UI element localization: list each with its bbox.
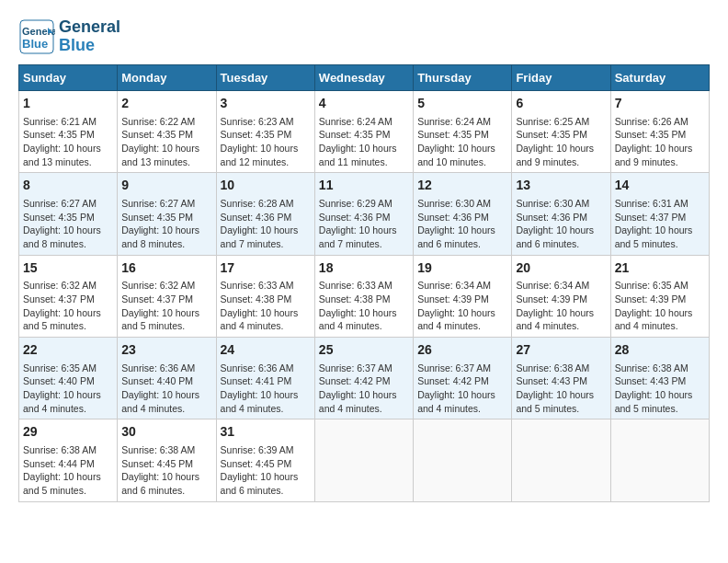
- calendar-cell: 19Sunrise: 6:34 AMSunset: 4:39 PMDayligh…: [414, 255, 512, 337]
- day-info: Sunrise: 6:26 AM: [615, 115, 705, 129]
- day-info: Sunrise: 6:32 AM: [23, 279, 113, 293]
- day-info: and 4 minutes.: [121, 402, 211, 416]
- calendar-cell: 6Sunrise: 6:25 AMSunset: 4:35 PMDaylight…: [512, 91, 610, 173]
- day-info: and 4 minutes.: [615, 319, 705, 333]
- calendar-cell: 1Sunrise: 6:21 AMSunset: 4:35 PMDaylight…: [19, 91, 118, 173]
- day-info: Daylight: 10 hours: [23, 224, 113, 237]
- calendar-week-3: 15Sunrise: 6:32 AMSunset: 4:37 PMDayligh…: [19, 255, 710, 337]
- calendar-cell: 17Sunrise: 6:33 AMSunset: 4:38 PMDayligh…: [216, 255, 314, 337]
- day-number: 23: [121, 341, 211, 360]
- day-info: Sunset: 4:36 PM: [417, 211, 507, 224]
- day-info: Sunset: 4:36 PM: [221, 211, 311, 224]
- day-info: Sunrise: 6:36 AM: [121, 362, 211, 375]
- calendar-cell: [512, 419, 610, 501]
- day-info: Sunrise: 6:38 AM: [516, 362, 606, 375]
- day-number: 1: [23, 95, 113, 113]
- page-header: General Blue General Blue: [18, 18, 710, 55]
- calendar-cell: 13Sunrise: 6:30 AMSunset: 4:36 PMDayligh…: [512, 173, 610, 255]
- calendar-cell: 15Sunrise: 6:32 AMSunset: 4:37 PMDayligh…: [19, 255, 118, 337]
- day-number: 16: [121, 259, 211, 278]
- day-number: 6: [516, 95, 606, 113]
- day-info: Daylight: 10 hours: [615, 142, 705, 155]
- day-info: Sunrise: 6:24 AM: [319, 115, 409, 129]
- day-info: Sunset: 4:36 PM: [516, 211, 606, 224]
- day-info: Sunset: 4:42 PM: [417, 374, 507, 388]
- day-info: Daylight: 10 hours: [319, 306, 409, 320]
- calendar-cell: 28Sunrise: 6:38 AMSunset: 4:43 PMDayligh…: [610, 338, 709, 419]
- day-info: and 7 minutes.: [319, 237, 409, 251]
- day-info: Sunset: 4:43 PM: [615, 374, 705, 388]
- calendar-cell: 2Sunrise: 6:22 AMSunset: 4:35 PMDaylight…: [118, 91, 216, 173]
- calendar-week-4: 22Sunrise: 6:35 AMSunset: 4:40 PMDayligh…: [19, 338, 710, 419]
- day-info: and 6 minutes.: [516, 237, 606, 251]
- day-info: and 6 minutes.: [121, 484, 211, 498]
- day-info: Sunset: 4:38 PM: [221, 293, 311, 306]
- day-info: Sunset: 4:35 PM: [121, 128, 211, 142]
- day-info: Sunrise: 6:22 AM: [121, 115, 211, 129]
- day-number: 13: [516, 177, 606, 195]
- day-info: Daylight: 10 hours: [221, 470, 311, 484]
- weekday-header-sunday: Sunday: [19, 65, 118, 91]
- day-number: 28: [615, 341, 705, 360]
- day-info: Sunset: 4:45 PM: [121, 457, 211, 471]
- day-info: and 5 minutes.: [23, 319, 113, 333]
- day-number: 10: [221, 177, 311, 195]
- day-number: 12: [417, 177, 507, 195]
- day-info: Sunset: 4:45 PM: [221, 457, 311, 471]
- day-info: Sunset: 4:36 PM: [319, 211, 409, 224]
- day-info: Sunrise: 6:31 AM: [615, 197, 705, 211]
- day-info: Daylight: 10 hours: [221, 306, 311, 320]
- logo-icon: General Blue: [18, 18, 55, 55]
- day-number: 18: [319, 259, 409, 278]
- day-info: Sunset: 4:40 PM: [121, 374, 211, 388]
- day-info: and 6 minutes.: [221, 484, 311, 498]
- day-info: Daylight: 10 hours: [221, 224, 311, 237]
- day-number: 3: [221, 95, 311, 113]
- day-number: 24: [221, 341, 311, 360]
- day-number: 15: [23, 259, 113, 278]
- calendar-week-2: 8Sunrise: 6:27 AMSunset: 4:35 PMDaylight…: [19, 173, 710, 255]
- day-info: Sunrise: 6:27 AM: [121, 197, 211, 211]
- day-info: and 4 minutes.: [319, 402, 409, 416]
- day-info: and 5 minutes.: [615, 402, 705, 416]
- day-info: Sunrise: 6:34 AM: [417, 279, 507, 293]
- day-number: 20: [516, 259, 606, 278]
- day-info: Daylight: 10 hours: [319, 142, 409, 155]
- day-info: and 13 minutes.: [23, 155, 113, 169]
- weekday-header-thursday: Thursday: [414, 65, 512, 91]
- day-info: and 5 minutes.: [615, 237, 705, 251]
- svg-text:Blue: Blue: [22, 37, 48, 51]
- day-info: and 11 minutes.: [319, 155, 409, 169]
- logo-blue: Blue: [59, 37, 120, 55]
- day-info: Sunset: 4:35 PM: [23, 211, 113, 224]
- day-info: Daylight: 10 hours: [121, 224, 211, 237]
- calendar-cell: [314, 419, 413, 501]
- calendar-cell: 10Sunrise: 6:28 AMSunset: 4:36 PMDayligh…: [216, 173, 314, 255]
- day-info: Sunrise: 6:21 AM: [23, 115, 113, 129]
- day-info: and 4 minutes.: [221, 402, 311, 416]
- day-info: Daylight: 10 hours: [121, 142, 211, 155]
- day-info: Sunset: 4:39 PM: [615, 293, 705, 306]
- day-info: Sunset: 4:42 PM: [319, 374, 409, 388]
- day-info: Daylight: 10 hours: [516, 388, 606, 402]
- calendar-cell: 18Sunrise: 6:33 AMSunset: 4:38 PMDayligh…: [314, 255, 413, 337]
- day-info: Sunrise: 6:30 AM: [516, 197, 606, 211]
- calendar-cell: 27Sunrise: 6:38 AMSunset: 4:43 PMDayligh…: [512, 338, 610, 419]
- day-info: Daylight: 10 hours: [23, 142, 113, 155]
- day-info: Daylight: 10 hours: [121, 306, 211, 320]
- day-info: Sunset: 4:35 PM: [221, 128, 311, 142]
- day-number: 11: [319, 177, 409, 195]
- calendar-cell: 12Sunrise: 6:30 AMSunset: 4:36 PMDayligh…: [414, 173, 512, 255]
- day-info: Daylight: 10 hours: [516, 142, 606, 155]
- day-info: Sunset: 4:41 PM: [221, 374, 311, 388]
- calendar-cell: 7Sunrise: 6:26 AMSunset: 4:35 PMDaylight…: [610, 91, 709, 173]
- day-info: and 12 minutes.: [221, 155, 311, 169]
- day-info: Daylight: 10 hours: [417, 388, 507, 402]
- calendar-cell: 3Sunrise: 6:23 AMSunset: 4:35 PMDaylight…: [216, 91, 314, 173]
- weekday-header-wednesday: Wednesday: [314, 65, 413, 91]
- day-info: Sunset: 4:37 PM: [121, 293, 211, 306]
- day-info: Sunrise: 6:24 AM: [417, 115, 507, 129]
- day-info: Sunrise: 6:37 AM: [319, 362, 409, 375]
- day-info: Sunset: 4:37 PM: [615, 211, 705, 224]
- day-info: Daylight: 10 hours: [417, 306, 507, 320]
